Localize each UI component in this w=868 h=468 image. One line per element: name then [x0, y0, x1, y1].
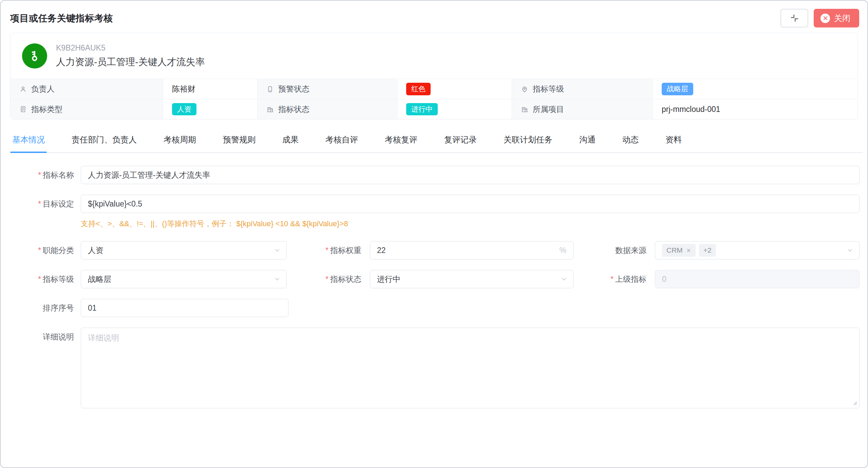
description-textarea-wrap — [81, 328, 860, 408]
category-select[interactable]: 人资 — [81, 241, 287, 259]
percent-suffix: % — [560, 246, 566, 255]
sort-input[interactable] — [88, 304, 281, 313]
sort-label: 排序序号 — [10, 303, 81, 313]
parent-input-wrap — [655, 270, 860, 288]
category-value: 人资 — [88, 245, 103, 256]
source-tag: CRM — [662, 244, 696, 257]
required-marker: * — [325, 275, 328, 284]
tab-re-review[interactable]: 考核复评 — [383, 134, 419, 152]
top-bar: 项目或任务关键指标考核 关闭 — [0, 0, 868, 32]
description-label: 详细说明 — [10, 328, 81, 342]
form-row-description: 详细说明 — [10, 328, 860, 408]
weight-input-wrap: % — [370, 241, 573, 259]
field-value-indicator-type: 人资 — [163, 99, 258, 119]
tab-results[interactable]: 成果 — [280, 134, 301, 152]
kpi-assessment-page: 项目或任务关键指标考核 关闭 — [0, 0, 868, 468]
source-more-label: +2 — [703, 246, 712, 254]
required-marker: * — [38, 199, 41, 208]
building-icon — [266, 105, 274, 113]
parent-input — [662, 275, 852, 284]
name-label: *指标名称 — [10, 170, 81, 180]
tab-responsible-dept[interactable]: 责任部门、负责人 — [70, 134, 139, 152]
required-marker: * — [38, 275, 41, 284]
summary-table: 负责人 陈裕财 预警状态 红色 — [11, 79, 857, 119]
field-label-text: 指标类型 — [31, 104, 62, 115]
tab-activity[interactable]: 动态 — [620, 134, 641, 152]
notebook-icon — [19, 105, 27, 113]
name-input[interactable] — [88, 171, 852, 180]
form-row-name: *指标名称 — [10, 166, 860, 184]
form-row-category-weight-source: *职能分类 人资 *指标权重 % 数据来源 CRM — [10, 241, 860, 259]
compress-icon — [790, 14, 799, 23]
chevron-down-icon — [560, 275, 568, 283]
tab-warning-rules[interactable]: 预警规则 — [221, 134, 258, 152]
owner-name: 陈裕财 — [172, 84, 195, 94]
field-label-text: 预警状态 — [278, 84, 309, 94]
target-input-wrap — [81, 195, 860, 213]
key-icon — [28, 49, 41, 63]
field-value-warning-status: 红色 — [397, 79, 512, 99]
form-row-target: *目标设定 — [10, 195, 860, 213]
form-row-sort: 排序序号 — [10, 299, 860, 317]
chevron-down-icon — [846, 247, 854, 254]
page-title: 项目或任务关键指标考核 — [10, 12, 113, 24]
close-button-label: 关闭 — [834, 13, 850, 24]
summary-card: K9B2H6AUK5 人力资源-员工管理-关键人才流失率 负责人 陈裕财 — [10, 33, 858, 119]
tab-linked-plan-tasks[interactable]: 关联计划任务 — [502, 134, 554, 152]
target-label: *目标设定 — [10, 199, 81, 209]
indicator-level-tag: 战略层 — [662, 83, 693, 95]
tab-self-review[interactable]: 考核自评 — [323, 134, 360, 152]
level-select[interactable]: 战略层 — [81, 270, 287, 288]
project-code: prj-mmcloud-001 — [662, 105, 720, 114]
tab-communication[interactable]: 沟通 — [577, 134, 598, 152]
field-label-project: 所属项目 — [512, 99, 653, 119]
warning-status-tag: 红色 — [406, 83, 431, 95]
tag-close-icon[interactable] — [686, 248, 691, 253]
source-tag-label: CRM — [666, 246, 683, 254]
field-label-indicator-status: 指标状态 — [258, 99, 397, 119]
tab-basic-info[interactable]: 基本情况 — [10, 134, 47, 152]
chevron-down-icon — [273, 247, 281, 254]
field-label-text: 指标等级 — [533, 84, 564, 94]
source-multiselect[interactable]: CRM +2 — [655, 241, 860, 259]
tab-review-records[interactable]: 复评记录 — [442, 134, 479, 152]
target-hint: 支持<、>、&&、!=、||、()等操作符号，例子： ${kpiValue} <… — [81, 219, 860, 229]
status-select[interactable]: 进行中 — [370, 270, 573, 288]
window-actions: 关闭 — [780, 9, 859, 27]
required-marker: * — [610, 275, 614, 284]
form-row-level-status-parent: *指标等级 战略层 *指标状态 进行中 *上级指标 — [10, 270, 860, 288]
field-value-owner: 陈裕财 — [163, 79, 258, 99]
tablet-icon — [266, 85, 274, 93]
required-marker: * — [38, 246, 41, 255]
level-value: 战略层 — [88, 274, 111, 285]
field-label-owner: 负责人 — [11, 79, 163, 99]
close-circle-icon — [820, 14, 830, 23]
pin-icon — [521, 85, 528, 93]
indicator-status-tag: 进行中 — [406, 103, 438, 115]
source-label: 数据来源 — [573, 245, 655, 256]
field-label-text: 负责人 — [31, 84, 55, 94]
avatar — [22, 43, 47, 69]
weight-input[interactable] — [377, 246, 566, 255]
close-button[interactable]: 关闭 — [814, 9, 859, 27]
field-value-indicator-level: 战略层 — [653, 79, 857, 99]
field-label-warning-status: 预警状态 — [258, 79, 397, 99]
target-input[interactable] — [88, 199, 852, 209]
required-marker: * — [38, 171, 41, 179]
category-label: *职能分类 — [10, 246, 81, 255]
summary-head: K9B2H6AUK5 人力资源-员工管理-关键人才流失率 — [11, 33, 857, 79]
description-textarea[interactable] — [81, 328, 860, 408]
source-more-tag: +2 — [699, 244, 716, 257]
field-label-indicator-type: 指标类型 — [11, 99, 163, 119]
field-label-text: 所属项目 — [533, 104, 564, 115]
tab-documents[interactable]: 资料 — [663, 134, 684, 152]
indicator-code: K9B2H6AUK5 — [56, 43, 205, 53]
status-value: 进行中 — [377, 274, 400, 285]
summary-head-text: K9B2H6AUK5 人力资源-员工管理-关键人才流失率 — [56, 43, 205, 69]
basic-info-form: *指标名称 *目标设定 支持<、>、&&、!=、||、()等操作符号，例子： $… — [10, 166, 860, 408]
tab-assessment-cycle[interactable]: 考核周期 — [162, 134, 198, 152]
tab-bar: 基本情况 责任部门、负责人 考核周期 预警规则 成果 考核自评 考核复评 复评记… — [10, 134, 863, 153]
compress-button[interactable] — [780, 9, 808, 27]
field-value-project: prj-mmcloud-001 — [653, 99, 857, 119]
required-marker: * — [325, 246, 328, 255]
